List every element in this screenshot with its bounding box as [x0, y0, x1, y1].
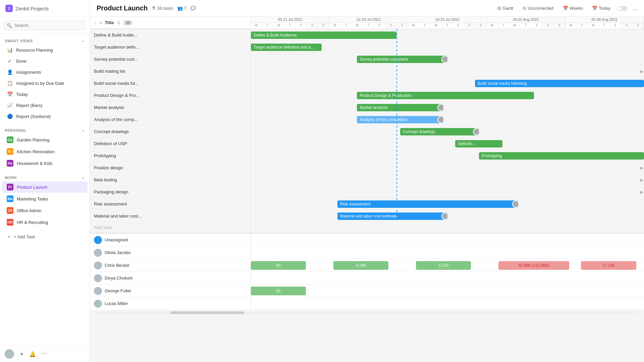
sidebar-item-marketing[interactable]: Ma Marketing Tasks	[2, 193, 88, 204]
gantt-day: T	[341, 23, 352, 29]
sidebar-item-hr[interactable]: HR HR & Recruiting	[2, 217, 88, 228]
gantt-day: T	[363, 23, 374, 29]
gantt-day: T	[520, 23, 531, 29]
gantt-bar[interactable]: Build social media following	[475, 80, 644, 87]
hr-avatar: HR	[7, 219, 13, 226]
task-title: Risk assessment	[90, 198, 251, 210]
chevron-down-icon[interactable]: ⌄	[82, 175, 85, 180]
table-row[interactable]: Survey potential cust...Survey potential…	[90, 53, 644, 65]
sidebar-item-done[interactable]: ✓ Done	[2, 56, 88, 66]
table-row[interactable]: Finalize design▶	[90, 162, 644, 174]
table-row[interactable]: Build social media fol...Build social me…	[90, 77, 644, 89]
table-row[interactable]: Product Design & Pro...Product Design & …	[90, 89, 644, 102]
sidebar-item-assignments[interactable]: 👤 Assignments	[2, 67, 88, 77]
table-row[interactable]: Packaging design▶	[90, 186, 644, 198]
gantt-day: T	[498, 23, 509, 29]
weeks-btn[interactable]: 📅 Weeks	[560, 5, 585, 12]
sidebar-item-today[interactable]: 📅 Today	[2, 89, 88, 100]
expand-arrow-icon[interactable]: ▶	[640, 69, 643, 74]
resource-chart	[251, 297, 644, 310]
sidebar-item-report-sunburst[interactable]: 🔵 Report (Sunburst)	[2, 111, 88, 122]
comments-meta[interactable]: 💬	[191, 6, 196, 11]
filter-meta[interactable]: ⚗ 38 tasks	[152, 6, 173, 11]
task-title: Beta testing	[90, 174, 251, 186]
table-row[interactable]: Definition of USPDefinitio...	[90, 138, 644, 150]
resource-row: Unassigned	[90, 234, 644, 246]
table-row[interactable]: Beta testing▶	[90, 174, 644, 186]
table-row[interactable]: Risk assessmentRisk assessment	[90, 198, 644, 210]
task-chart-area: Prototyping	[251, 150, 644, 162]
table-row[interactable]: Build mailing list▶	[90, 65, 644, 77]
expand-arrow-icon[interactable]: ▶	[640, 190, 643, 194]
expand-arrow-icon[interactable]: ▶	[640, 166, 643, 170]
gantt-bar[interactable]: Risk assessment	[337, 200, 518, 208]
table-row[interactable]: Market analysisMarket analysis	[90, 102, 644, 114]
sidebar-item-report-bars[interactable]: 📈 Report (Bars)	[2, 100, 88, 111]
today-line	[396, 210, 397, 222]
chevron-down-icon[interactable]: ⌄	[82, 128, 85, 132]
sidebar-item-resource-planning[interactable]: 📊 Resource Planning	[2, 45, 88, 55]
sidebar-item-garden[interactable]: Ga Garden Planning	[2, 134, 88, 145]
gantt-scroll[interactable]: ○ ≡ Title ⇅ 38 05-11 Jul 2021MTWTFSS12-1…	[90, 17, 644, 362]
resource-chart: 2h	[251, 285, 644, 297]
task-chart-area: Define & Build Audience	[251, 29, 644, 41]
sidebar-item-kitchen[interactable]: Ki Kitchen Renovation	[2, 146, 88, 157]
search-input[interactable]	[4, 20, 86, 30]
members-meta[interactable]: 👥 7	[177, 6, 186, 11]
table-row[interactable]: Analysis of the comp...Analysis of the c…	[90, 114, 644, 126]
gantt-day: W	[273, 23, 284, 29]
resource-section: UnassignedOlivia JacobsChris Becker3h9.2…	[90, 233, 644, 310]
task-title: Build mailing list	[90, 65, 251, 77]
today-line	[396, 53, 397, 65]
scroll-thumb[interactable]	[170, 311, 244, 314]
gantt-day: T	[599, 23, 610, 29]
gantt-day: T	[577, 23, 588, 29]
chevron-down-icon[interactable]: ⌄	[82, 39, 85, 43]
gantt-day: S	[543, 23, 554, 29]
gantt-bar[interactable]: Prototyping	[479, 152, 644, 160]
sidebar-item-housework[interactable]: Ho Housework & Kids	[2, 158, 88, 169]
user-avatar[interactable]	[5, 349, 14, 359]
gantt-bar[interactable]: Define & Build Audience	[251, 32, 396, 39]
more-menu-btn[interactable]: ...	[632, 5, 637, 12]
gantt-bar[interactable]: Material and labor cost estimate	[337, 213, 447, 220]
bell-icon[interactable]: 🔔	[29, 351, 36, 357]
table-row[interactable]: Material and labor cost...Material and l…	[90, 210, 644, 222]
gantt-bar[interactable]: Survey potential customers	[357, 56, 447, 63]
gantt-week-label: 19-25 Jul 2021	[408, 17, 486, 23]
sidebar-item-assigned-due[interactable]: 📋 Assigned to by Due Date	[2, 78, 88, 88]
gantt-week: 05-11 Jul 2021MTWTFSS	[251, 17, 329, 29]
table-row[interactable]: Define & Build Audie...Define & Build Au…	[90, 29, 644, 41]
unconnected-btn[interactable]: ⊙ Unconnected	[520, 5, 556, 12]
gantt-day: M	[408, 23, 419, 29]
activity-icon[interactable]: 〰	[41, 351, 47, 357]
table-row[interactable]: Target audience defin...Target audience …	[90, 41, 644, 53]
gantt-bar[interactable]: Analysis of the competition	[357, 116, 443, 123]
resource-row: Divya Chokshi	[90, 272, 644, 285]
toggle-switch[interactable]	[618, 6, 628, 11]
add-task-button[interactable]: ＋ + Add Task	[2, 231, 88, 242]
horizontal-scrollbar[interactable]	[97, 311, 637, 314]
gantt-week-label: 05-11 Jul 2021	[251, 17, 329, 23]
gantt-day: F	[532, 23, 543, 29]
resource-name: Unassigned	[90, 234, 251, 246]
sidebar-item-office[interactable]: Of Office Admin	[2, 205, 88, 216]
sparkle-icon[interactable]: ✦	[19, 351, 24, 357]
today-btn[interactable]: 📅 Today	[590, 5, 613, 12]
task-title: Market analysis	[90, 102, 251, 113]
add-task-label[interactable]: Add Task...	[90, 222, 251, 233]
work-header: WORK ⌄	[0, 174, 90, 181]
gantt-bar[interactable]: Concept drawings	[400, 128, 479, 135]
gantt-bar[interactable]: Target audience definition and a...	[251, 44, 322, 51]
sidebar-item-product-launch[interactable]: Pr Product Launch	[2, 181, 88, 193]
avatar	[441, 213, 447, 220]
expand-arrow-icon[interactable]: ▶	[640, 178, 643, 182]
gantt-bar[interactable]: Product Design & Production	[357, 92, 534, 99]
table-row[interactable]: Concept drawingsConcept drawings	[90, 126, 644, 138]
gantt-view-btn[interactable]: ⊟ Gantt	[495, 5, 516, 12]
gantt-bar[interactable]: Definitio...	[455, 140, 502, 147]
gantt-day: S	[554, 23, 565, 29]
topbar-meta: ⚗ 38 tasks 👥 7 💬	[152, 6, 196, 11]
table-row[interactable]: PrototypingPrototyping	[90, 150, 644, 162]
gantt-bar[interactable]: Market analysis	[357, 104, 443, 111]
